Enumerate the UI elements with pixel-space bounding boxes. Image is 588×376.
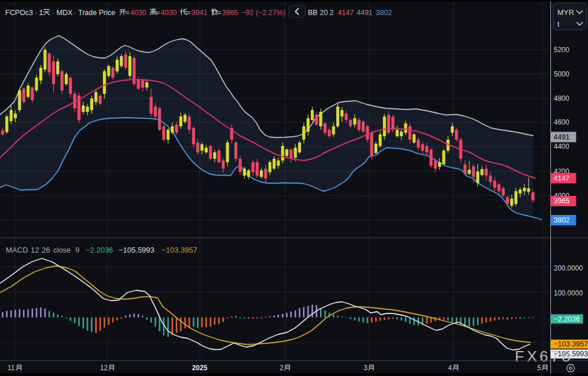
svg-text:12: 12: [31, 246, 39, 254]
svg-text:26: 26: [42, 246, 50, 254]
svg-text:=: =: [186, 9, 190, 17]
svg-text:4147: 4147: [554, 174, 570, 182]
svg-text:5: 5: [537, 364, 541, 372]
svg-text:3965: 3965: [554, 197, 570, 205]
svg-text:BB: BB: [308, 9, 318, 17]
svg-text:2025: 2025: [192, 364, 208, 372]
svg-text:3802: 3802: [554, 216, 570, 224]
svg-text:=: =: [217, 9, 221, 17]
svg-text:close: close: [53, 246, 71, 254]
svg-text:t: t: [557, 20, 560, 28]
svg-text:4: 4: [448, 364, 452, 372]
svg-text:−2.2036: −2.2036: [554, 315, 580, 323]
svg-text:·: ·: [52, 9, 54, 17]
svg-text:2: 2: [330, 9, 334, 17]
svg-text:−92 (−2.27%): −92 (−2.27%): [241, 9, 285, 17]
svg-text:20: 20: [320, 9, 328, 17]
svg-text:−103.3957: −103.3957: [161, 246, 197, 254]
svg-text:12: 12: [100, 364, 108, 372]
svg-text:4400: 4400: [554, 143, 569, 151]
svg-text:3802: 3802: [376, 9, 392, 17]
svg-text:4147: 4147: [338, 9, 354, 17]
svg-text:MDX: MDX: [57, 9, 73, 17]
svg-text:11: 11: [8, 364, 15, 372]
svg-text:=: =: [156, 9, 160, 17]
svg-text:·: ·: [74, 9, 76, 17]
svg-text:5000: 5000: [554, 70, 569, 78]
svg-text:9: 9: [75, 246, 79, 254]
svg-text:200.0000: 200.0000: [554, 264, 583, 272]
svg-text:5200: 5200: [554, 46, 569, 54]
svg-text:−105.5993: −105.5993: [119, 246, 155, 254]
svg-text:4600: 4600: [554, 118, 569, 126]
svg-text:3965: 3965: [222, 9, 238, 17]
svg-text:MACD: MACD: [6, 246, 28, 254]
svg-text:100.0000: 100.0000: [554, 289, 583, 297]
svg-text:4491: 4491: [357, 9, 373, 17]
svg-text:1: 1: [39, 9, 43, 17]
svg-text:2: 2: [280, 364, 284, 372]
svg-text:3: 3: [363, 364, 368, 372]
svg-text:3941: 3941: [192, 9, 208, 17]
svg-text:MYR: MYR: [557, 8, 574, 17]
svg-text:FCPOc3: FCPOc3: [5, 9, 33, 17]
svg-text:4491: 4491: [554, 133, 570, 141]
svg-text:4800: 4800: [554, 94, 569, 103]
svg-text:=: =: [126, 9, 130, 17]
svg-text:Trade Price: Trade Price: [78, 9, 115, 17]
svg-text:−2.2036: −2.2036: [86, 246, 113, 254]
svg-text:4030: 4030: [161, 9, 177, 17]
svg-text:·: ·: [35, 9, 38, 17]
svg-text:4030: 4030: [130, 9, 146, 17]
